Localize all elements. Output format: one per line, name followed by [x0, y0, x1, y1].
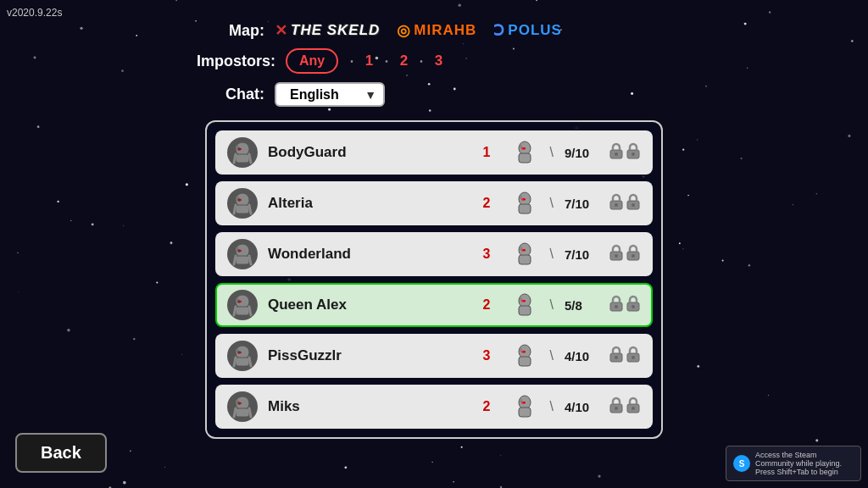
impostor-1-button[interactable]: 1	[365, 53, 373, 69]
svg-rect-6	[238, 148, 242, 150]
svg-point-15	[632, 152, 635, 156]
impostor-options: Any • 1 • 2 • 3	[286, 48, 442, 74]
mira-label: MIRAHB	[414, 22, 476, 39]
svg-line-19	[234, 205, 236, 214]
lobby-row[interactable]: Alteria2 \7/10	[215, 181, 653, 225]
lobby-row[interactable]: Wonderland3 \7/10	[215, 232, 653, 276]
slash-icon: \	[550, 348, 554, 363]
svg-line-67	[234, 358, 236, 366]
svg-rect-57	[519, 306, 531, 315]
svg-point-59	[520, 300, 522, 302]
impostor-count: 3	[483, 348, 500, 363]
lobby-list: BodyGuard1 \9/10 Alteria2	[205, 120, 663, 439]
svg-rect-50	[236, 307, 249, 315]
impostor-3-button[interactable]: 3	[435, 53, 442, 69]
svg-point-45	[615, 254, 618, 258]
svg-rect-41	[519, 255, 531, 264]
svg-point-93	[615, 407, 618, 410]
lobby-name: Wonderland	[268, 246, 473, 263]
steam-logo-icon: S	[733, 455, 750, 472]
lobby-row[interactable]: Queen Alex2 \5/8	[215, 283, 653, 327]
svg-line-52	[249, 307, 251, 315]
svg-line-35	[234, 256, 236, 264]
svg-point-27	[520, 198, 522, 200]
lobby-icon	[227, 290, 258, 320]
lobby-name: Miks	[268, 398, 473, 415]
lobby-icon	[227, 137, 258, 168]
svg-point-13	[615, 152, 618, 156]
svg-line-3	[234, 154, 236, 163]
svg-rect-86	[238, 402, 242, 404]
svg-point-79	[632, 356, 635, 359]
svg-rect-38	[238, 250, 242, 252]
skeld-x-icon: ✕	[275, 21, 287, 40]
svg-point-47	[632, 254, 635, 258]
polus-label: POLUS	[508, 22, 562, 39]
lobby-row[interactable]: BodyGuard1 \9/10	[215, 130, 653, 175]
crewmate-icon	[513, 141, 537, 164]
impostor-2-button[interactable]: 2	[400, 53, 408, 69]
map-polus-button[interactable]: Ↄ POLUS	[493, 21, 562, 40]
back-button[interactable]: Back	[15, 433, 107, 473]
svg-point-91	[520, 402, 522, 403]
svg-rect-25	[519, 204, 531, 214]
svg-rect-70	[238, 352, 242, 353]
impostor-count: 1	[483, 145, 500, 160]
svg-line-51	[234, 307, 236, 315]
lobby-icon	[227, 391, 258, 422]
slash-icon: \	[550, 297, 554, 313]
crewmate-icon	[513, 395, 537, 419]
mira-spiral-icon: ◎	[397, 21, 410, 40]
svg-rect-22	[238, 199, 242, 201]
steam-overlay: S Access the Steam Community while playi…	[726, 446, 861, 481]
map-skeld-button[interactable]: ✕ THE SKELD	[275, 21, 380, 40]
lobby-row[interactable]: PissGuzzlr3 \4/10	[215, 334, 653, 378]
lock-icon	[626, 396, 641, 418]
svg-point-29	[615, 203, 618, 207]
lock-icons	[609, 243, 641, 265]
player-count: 4/10	[565, 349, 598, 363]
svg-rect-9	[519, 153, 531, 163]
lobby-name: Queen Alex	[268, 297, 473, 313]
svg-point-63	[632, 305, 635, 308]
map-icons: ✕ THE SKELD ◎ MIRAHB Ↄ POLUS	[275, 21, 562, 40]
lock-icon	[609, 345, 624, 367]
steam-text: Access the Steam Community while playing…	[755, 451, 854, 476]
lock-icons	[609, 141, 641, 164]
svg-line-4	[249, 154, 251, 163]
svg-rect-89	[519, 408, 531, 417]
player-count: 4/10	[565, 400, 598, 414]
svg-rect-18	[236, 205, 249, 214]
lobby-row[interactable]: Miks2 \4/10	[215, 385, 653, 429]
map-filter-row: Map: ✕ THE SKELD ◎ MIRAHB Ↄ POLUS	[197, 21, 671, 40]
svg-line-68	[249, 358, 251, 366]
lobby-icon	[227, 341, 258, 371]
lock-icon	[609, 396, 624, 418]
svg-point-43	[520, 249, 522, 251]
lobby-icon	[227, 239, 258, 269]
slash-icon: \	[550, 145, 554, 160]
lock-icons	[609, 294, 641, 316]
impostors-filter-row: Impostors: Any • 1 • 2 • 3	[197, 48, 671, 74]
dot-3: •	[420, 57, 423, 66]
main-content: Map: ✕ THE SKELD ◎ MIRAHB Ↄ POLUS Impost…	[0, 0, 868, 488]
map-mira-button[interactable]: ◎ MIRAHB	[397, 21, 476, 40]
filter-bar: Map: ✕ THE SKELD ◎ MIRAHB Ↄ POLUS Impost…	[197, 21, 671, 107]
chat-filter-row: Chat: English Other ▼	[197, 82, 671, 107]
crewmate-icon	[513, 293, 537, 317]
chat-dropdown-wrapper: English Other ▼	[275, 82, 385, 107]
player-count: 7/10	[565, 247, 598, 262]
svg-rect-54	[238, 301, 242, 302]
slash-icon: \	[550, 196, 554, 211]
chat-dropdown[interactable]: English Other	[275, 82, 385, 107]
impostor-count: 3	[483, 247, 500, 262]
svg-rect-66	[236, 358, 249, 366]
svg-point-11	[520, 147, 522, 149]
polus-c-icon: Ↄ	[493, 21, 504, 40]
impostor-any-button[interactable]: Any	[286, 48, 338, 74]
svg-point-75	[520, 351, 522, 352]
slash-icon: \	[550, 247, 554, 262]
lobby-icon	[227, 188, 258, 219]
player-count: 7/10	[565, 197, 598, 211]
lock-icon	[609, 141, 624, 164]
